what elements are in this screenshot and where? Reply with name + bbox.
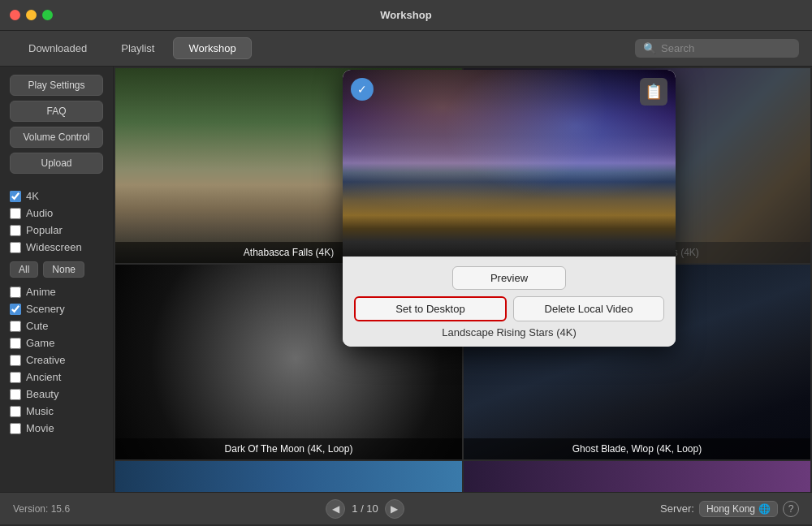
maximize-button[interactable] — [42, 10, 53, 20]
category-ancient[interactable]: Ancient — [10, 371, 103, 383]
popup-thumbnail: ✓ 📋 — [343, 70, 676, 257]
popup-thumb-inner — [343, 70, 676, 257]
pagination: ◀ 1 / 10 ▶ — [326, 499, 404, 519]
filter-widescreen[interactable]: Widescreen — [10, 241, 103, 253]
bottombar: Version: 15.6 ◀ 1 / 10 ▶ Server: Hong Ko… — [0, 492, 812, 524]
category-creative[interactable]: Creative — [10, 354, 103, 366]
category-anime[interactable]: Anime — [10, 286, 103, 298]
all-button[interactable]: All — [10, 261, 38, 278]
next-page-button[interactable]: ▶ — [385, 499, 404, 519]
server-select[interactable]: Hong Kong 🌐 — [699, 501, 778, 517]
app-title: Workshop — [380, 9, 431, 21]
faq-button[interactable]: FAQ — [10, 101, 103, 122]
check-icon: ✓ — [351, 78, 374, 101]
category-cute[interactable]: Cute — [10, 320, 103, 332]
page-info: 1 / 10 — [352, 502, 378, 515]
tab-downloaded[interactable]: Downloaded — [13, 37, 102, 59]
popup-title: Landscape Rising Stars (4K) — [354, 326, 664, 338]
popup-buttons-area: Preview Set to Desktop Delete Local Vide… — [343, 257, 676, 347]
play-settings-button[interactable]: Play Settings — [10, 75, 103, 96]
popup-card[interactable]: ✓ 📋 Preview Set to Desktop Delete Local … — [343, 70, 676, 347]
main-area: Play Settings FAQ Volume Control Upload … — [0, 67, 812, 492]
server-area: Server: Hong Kong 🌐 ? — [660, 501, 799, 517]
close-button[interactable] — [10, 10, 20, 20]
category-music[interactable]: Music — [10, 405, 103, 417]
sidebar: Play Settings FAQ Volume Control Upload … — [0, 67, 114, 492]
search-input[interactable] — [661, 42, 791, 54]
preview-button[interactable]: Preview — [452, 266, 566, 290]
content-area: Athabasca Falls (4K) Landscape Rising St… — [114, 67, 812, 492]
traffic-lights — [10, 10, 53, 20]
server-globe-icon: 🌐 — [758, 503, 771, 515]
minimize-button[interactable] — [26, 10, 37, 20]
tabbar: Downloaded Playlist Workshop 🔍 — [0, 31, 812, 67]
server-value: Hong Kong — [706, 503, 755, 515]
search-icon: 🔍 — [643, 42, 656, 54]
save-icon[interactable]: 📋 — [640, 78, 667, 106]
prev-page-button[interactable]: ◀ — [326, 499, 345, 519]
volume-control-button[interactable]: Volume Control — [10, 127, 103, 148]
thumb-moon-label: Dark Of The Moon (4K, Loop) — [115, 438, 462, 459]
filter-4k[interactable]: 4K — [10, 190, 103, 202]
all-none-row: All None — [10, 261, 103, 278]
delete-local-video-button[interactable]: Delete Local Video — [513, 296, 664, 321]
category-game[interactable]: Game — [10, 337, 103, 349]
server-label: Server: — [660, 502, 694, 515]
popup-row1: Preview — [354, 266, 664, 290]
filter-popular[interactable]: Popular — [10, 224, 103, 236]
category-scenery[interactable]: Scenery — [10, 303, 103, 315]
set-to-desktop-button[interactable]: Set to Desktop — [354, 296, 507, 321]
thumb-partial-right[interactable] — [464, 461, 810, 492]
version-label: Version: 15.6 — [13, 503, 70, 515]
help-button[interactable]: ? — [783, 501, 799, 517]
thumb-ghost-label: Ghost Blade, Wlop (4K, Loop) — [464, 438, 810, 459]
tab-playlist[interactable]: Playlist — [106, 37, 170, 59]
upload-button[interactable]: Upload — [10, 153, 103, 174]
popup-row2: Set to Desktop Delete Local Video — [354, 296, 664, 321]
category-beauty[interactable]: Beauty — [10, 388, 103, 400]
thumb-partial-left[interactable] — [115, 461, 462, 492]
none-button[interactable]: None — [43, 261, 84, 278]
search-box: 🔍 — [635, 39, 799, 58]
tab-workshop[interactable]: Workshop — [173, 37, 251, 59]
filter-audio[interactable]: Audio — [10, 207, 103, 219]
titlebar: Workshop — [0, 0, 812, 31]
category-movie[interactable]: Movie — [10, 422, 103, 434]
